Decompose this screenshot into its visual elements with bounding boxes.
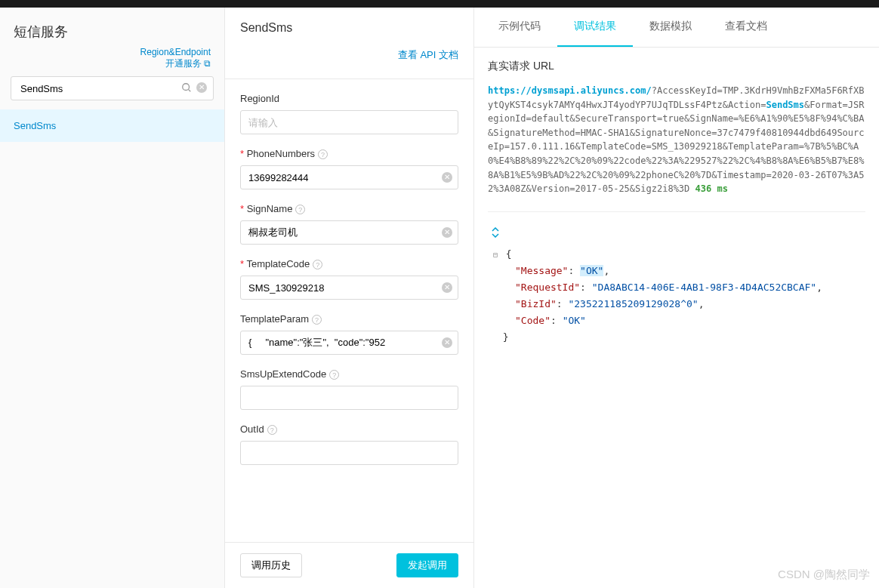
form-footer: 调用历史 发起调用 (225, 542, 473, 588)
api-title: SendSms (240, 21, 292, 35)
regionid-input[interactable] (240, 110, 458, 134)
help-icon[interactable]: ? (267, 425, 277, 435)
outid-label: OutId? (240, 423, 458, 435)
left-panel: 短信服务 Region&Endpoint 开通服务 ⧉ ✕ SendSms (0, 0, 225, 588)
external-link-icon: ⧉ (204, 58, 211, 69)
clear-icon[interactable]: ✕ (442, 172, 452, 183)
phonenumbers-label: PhoneNumbers? (240, 148, 458, 159)
smsupextendcode-input[interactable] (240, 386, 458, 410)
regionid-label: RegionId (240, 93, 458, 104)
help-icon[interactable]: ? (295, 205, 305, 214)
smsupextendcode-label: SmsUpExtendCode? (240, 368, 458, 380)
signname-input[interactable] (240, 220, 458, 245)
request-url-box: https://dysmsapi.aliyuncs.com/?AccessKey… (488, 84, 865, 212)
json-expand-toggle[interactable] (488, 227, 865, 240)
search-input[interactable] (17, 83, 181, 94)
help-icon[interactable]: ? (329, 370, 339, 380)
templatecode-input[interactable] (240, 276, 458, 300)
templateparam-label: TemplateParam? (240, 313, 458, 325)
watermark: CSDN @陶然同学 (778, 568, 870, 582)
svg-point-0 (183, 83, 190, 90)
tab-debug-result[interactable]: 调试结果 (557, 8, 633, 47)
signname-label: SignName? (240, 203, 458, 214)
search-icon[interactable] (181, 82, 192, 95)
clear-icon[interactable]: ✕ (442, 282, 452, 293)
collapse-icon[interactable]: ⊟ (491, 248, 500, 261)
form-area: RegionId PhoneNumbers? ✕ SignName? ✕ (225, 79, 473, 542)
view-api-doc-link[interactable]: 查看 API 文档 (398, 49, 458, 60)
result-tabs: 示例代码 调试结果 数据模拟 查看文档 (474, 8, 879, 48)
clear-icon[interactable]: ✕ (442, 227, 452, 238)
response-time: 436 ms (695, 183, 728, 194)
tab-view-docs[interactable]: 查看文档 (708, 8, 784, 47)
help-icon[interactable]: ? (313, 260, 322, 269)
phonenumbers-input[interactable] (240, 165, 458, 189)
header-links: Region&Endpoint 开通服务 ⧉ (0, 47, 224, 76)
region-endpoint-link[interactable]: Region&Endpoint (140, 47, 211, 57)
tab-sample-code[interactable]: 示例代码 (482, 8, 557, 47)
help-icon[interactable]: ? (318, 149, 328, 159)
history-button[interactable]: 调用历史 (240, 553, 302, 577)
svg-line-1 (189, 89, 191, 91)
clear-search-icon[interactable]: ✕ (196, 82, 207, 93)
service-title: 短信服务 (0, 8, 224, 47)
url-base[interactable]: https://dysmsapi.aliyuncs.com/ (488, 85, 652, 96)
help-icon[interactable]: ? (312, 315, 322, 325)
clear-icon[interactable]: ✕ (442, 337, 452, 348)
api-search-box[interactable]: ✕ (11, 76, 214, 100)
json-response: ⊟ { "Message": "OK", "RequestId": "DA8AB… (488, 246, 865, 346)
sidebar-item-sendsms[interactable]: SendSms (0, 109, 224, 142)
middle-panel: SendSms 查看 API 文档 RegionId PhoneNumbers?… (225, 0, 474, 588)
top-bar (0, 0, 879, 8)
open-service-link[interactable]: 开通服务 ⧉ (165, 58, 211, 69)
templatecode-label: TemplateCode? (240, 258, 458, 269)
templateparam-input[interactable] (240, 331, 458, 355)
real-request-url-title: 真实请求 URL (488, 60, 865, 73)
invoke-button[interactable]: 发起调用 (396, 553, 458, 577)
tab-data-mock[interactable]: 数据模拟 (633, 8, 708, 47)
outid-input[interactable] (240, 441, 458, 465)
right-panel: 示例代码 调试结果 数据模拟 查看文档 真实请求 URL https://dys… (474, 0, 879, 588)
